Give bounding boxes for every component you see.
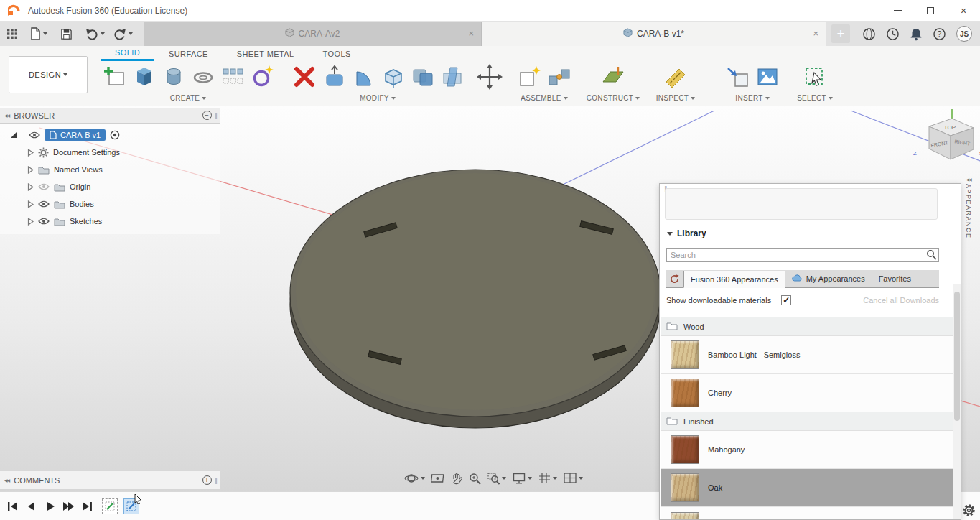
search-input[interactable] [666, 248, 939, 262]
tree-row-document-settings[interactable]: Document Settings [0, 144, 220, 161]
extensions-globe-icon[interactable] [860, 24, 878, 43]
tab-fusion-appearances[interactable]: Fusion 360 Appearances [683, 271, 785, 288]
create-sketch-icon[interactable] [103, 65, 127, 89]
job-status-clock-icon[interactable] [884, 24, 902, 43]
timeline-step-forward-icon[interactable] [59, 498, 78, 515]
tree-row-named-views[interactable]: Named Views [0, 161, 220, 178]
close-button[interactable]: × [947, 0, 980, 21]
material-row-mahogany[interactable]: Mahogany [661, 431, 953, 469]
root-component-selected[interactable]: CARA-B v1 [45, 129, 106, 141]
tab-close-icon[interactable]: × [468, 28, 474, 39]
press-pull-icon[interactable] [322, 65, 347, 89]
expand-closed-icon[interactable] [27, 218, 34, 226]
delete-icon[interactable] [291, 65, 317, 89]
timeline-go-to-start-icon[interactable] [3, 498, 22, 515]
appearance-side-tab[interactable]: ◀◀ APPEARANCE [963, 177, 974, 263]
preferences-gear-icon[interactable] [962, 503, 976, 520]
move-icon[interactable] [477, 64, 503, 90]
joint-icon[interactable] [547, 65, 571, 89]
collapse-comments-icon[interactable]: ◀◀ [4, 478, 9, 483]
grid-settings-icon[interactable] [538, 473, 557, 484]
material-row-cherry[interactable]: Cherry [661, 374, 953, 412]
material-row-bamboo[interactable]: Bamboo Light - Semigloss [661, 336, 953, 374]
panel-grip[interactable]: ∥ [215, 477, 218, 484]
refresh-icon[interactable] [666, 270, 683, 287]
category-row-finished[interactable]: Finished [661, 412, 953, 431]
combine-icon[interactable] [411, 65, 435, 89]
timeline-sketch-feature-selected-icon[interactable] [123, 498, 139, 514]
coil-icon[interactable] [250, 65, 274, 89]
notifications-bell-icon[interactable] [907, 24, 925, 43]
minimize-button[interactable] [881, 0, 914, 21]
look-at-icon[interactable] [431, 473, 444, 484]
tab-favorites[interactable]: Favorites [872, 270, 918, 287]
app-grid-icon[interactable] [4, 24, 20, 43]
add-comment-icon[interactable]: + [202, 475, 212, 485]
visibility-eye-icon[interactable] [29, 131, 40, 139]
scrollbar[interactable] [953, 284, 961, 519]
show-downloadable-checkbox[interactable]: ✓ [781, 295, 791, 305]
doc-tab-cara-av2[interactable]: CARA-Av2 × [144, 22, 482, 46]
revolve-icon[interactable] [162, 65, 186, 89]
material-row-oak[interactable]: Oak [661, 469, 953, 507]
panel-grip[interactable]: ∥ [215, 112, 218, 119]
timeline-go-to-end-icon[interactable] [78, 498, 96, 515]
orbit-icon[interactable] [404, 472, 425, 485]
canvas-image-icon[interactable] [755, 65, 780, 89]
visibility-eye-off-icon[interactable] [38, 183, 50, 190]
tab-sheet-metal[interactable]: SHEET METAL [223, 46, 309, 61]
maximize-button[interactable] [914, 0, 947, 21]
activate-component-radio[interactable] [110, 130, 120, 140]
viewports-icon[interactable] [564, 473, 583, 484]
tab-tools[interactable]: TOOLS [309, 46, 365, 61]
view-cube[interactable]: TOP FRONT RIGHT X Z [910, 109, 980, 177]
timeline-sketch-feature-icon[interactable] [102, 498, 118, 514]
help-icon[interactable]: ? [930, 24, 948, 43]
user-avatar[interactable]: JS [954, 24, 974, 43]
pattern-icon[interactable] [220, 65, 245, 89]
zoom-icon[interactable] [469, 473, 481, 485]
pan-hand-icon[interactable] [451, 473, 462, 485]
new-tab-button[interactable]: + [831, 24, 850, 43]
expand-open-icon[interactable] [10, 131, 17, 139]
material-row-partial[interactable] [661, 507, 953, 519]
tree-row-root[interactable]: CARA-B v1 [0, 126, 220, 144]
undo-icon[interactable] [83, 24, 107, 43]
expand-closed-icon[interactable] [27, 183, 34, 191]
tab-solid[interactable]: SOLID [101, 46, 154, 61]
redo-icon[interactable] [111, 24, 135, 43]
comments-bar[interactable]: ◀◀ COMMENTS + ∥ [0, 470, 220, 489]
torus-icon[interactable] [191, 65, 215, 89]
zoom-window-icon[interactable] [487, 473, 506, 485]
workspace-selector-button[interactable]: DESIGN [9, 56, 88, 93]
select-icon[interactable] [803, 65, 827, 89]
new-component-icon[interactable] [518, 65, 542, 89]
library-section-header[interactable]: Library [667, 228, 706, 238]
save-icon[interactable] [58, 24, 75, 43]
display-settings-icon[interactable] [513, 473, 532, 484]
tree-row-origin[interactable]: Origin [0, 178, 220, 195]
tab-my-appearances[interactable]: My Appearances [785, 270, 872, 287]
timeline-play-icon[interactable] [40, 498, 59, 515]
search-icon[interactable] [926, 249, 937, 263]
tree-row-bodies[interactable]: Bodies [0, 195, 220, 213]
fillet-icon[interactable] [352, 65, 376, 89]
file-menu-icon[interactable] [27, 24, 50, 43]
category-row-wood[interactable]: Wood [661, 317, 953, 336]
shell-icon[interactable] [381, 65, 406, 89]
doc-tab-cara-b[interactable]: CARA-B v1* × [482, 22, 826, 46]
insert-derive-icon[interactable] [726, 65, 750, 89]
collapse-all-icon[interactable]: − [202, 111, 212, 120]
measure-icon[interactable] [663, 65, 688, 89]
visibility-eye-icon[interactable] [38, 200, 50, 208]
split-body-icon[interactable] [440, 65, 465, 89]
tab-surface[interactable]: SURFACE [154, 46, 223, 61]
timeline-step-back-icon[interactable] [22, 498, 40, 515]
collapse-browser-icon[interactable]: ◀◀ [4, 113, 9, 118]
scrollbar-thumb[interactable] [954, 292, 960, 421]
visibility-eye-icon[interactable] [38, 218, 50, 225]
construct-plane-icon[interactable] [601, 65, 625, 89]
tree-row-sketches[interactable]: Sketches [0, 213, 220, 230]
collapse-appearance-icon[interactable]: ◀◀ [966, 177, 971, 182]
expand-closed-icon[interactable] [27, 166, 34, 174]
